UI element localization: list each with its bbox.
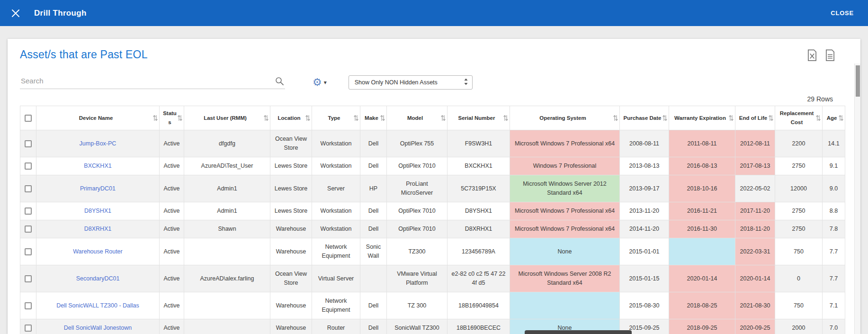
- cell-last-user-rmm: [184, 319, 270, 334]
- sort-icon[interactable]: [178, 115, 182, 121]
- device-link[interactable]: BXCKHX1: [84, 162, 111, 169]
- sort-icon[interactable]: [662, 115, 667, 121]
- row-checkbox[interactable]: [25, 162, 32, 170]
- cell-replacement-cost: 0: [775, 265, 823, 292]
- row-checkbox[interactable]: [25, 248, 32, 255]
- row-checkbox[interactable]: [25, 140, 32, 147]
- sort-icon[interactable]: [729, 115, 734, 121]
- col-header-label: Type: [328, 115, 340, 121]
- row-count-label: 29 Rows: [20, 95, 833, 103]
- sort-icon[interactable]: [769, 115, 773, 121]
- col-header-serial-number[interactable]: Serial Number: [447, 106, 510, 130]
- cell-replacement-cost: 2200: [775, 130, 823, 157]
- sort-icon[interactable]: [264, 115, 268, 121]
- col-header-label: End of Life: [739, 115, 767, 121]
- cell-model: VMware Virtual Platform: [387, 265, 447, 292]
- device-link[interactable]: Warehouse Router: [73, 248, 122, 255]
- search-icon[interactable]: [275, 76, 284, 88]
- cell-serial-number: 123456789A: [447, 238, 510, 265]
- cell-warranty-expiration: 2018-09-25: [669, 319, 735, 334]
- col-header-label: Device Name: [79, 115, 113, 121]
- cell-warranty-expiration: 2011-08-11: [669, 130, 735, 157]
- close-x-icon[interactable]: [11, 9, 20, 18]
- cell-status: Active: [160, 238, 184, 265]
- vertical-scrollbar-thumb[interactable]: [856, 65, 860, 97]
- sort-icon[interactable]: [153, 115, 158, 121]
- col-header-model[interactable]: Model: [387, 106, 447, 130]
- sort-icon[interactable]: [503, 115, 508, 121]
- table-row: PrimaryDC01ActiveAdmin1Lewes StoreServer…: [20, 175, 845, 202]
- vertical-scrollbar[interactable]: [854, 63, 860, 334]
- table-row: D8YSHX1ActiveAdmin1Lewes StoreWorkstatio…: [20, 202, 845, 220]
- col-header-make[interactable]: Make: [360, 106, 387, 130]
- col-header-age[interactable]: Age: [823, 106, 845, 130]
- select-all-checkbox[interactable]: [25, 115, 32, 122]
- cell-warranty-expiration: 2020-01-14: [669, 265, 735, 292]
- col-header-replacement-cost[interactable]: Replacement Cost: [775, 106, 823, 130]
- col-header-end-of-life[interactable]: End of Life: [735, 106, 775, 130]
- row-checkbox[interactable]: [25, 302, 32, 309]
- cell-status: Active: [160, 265, 184, 292]
- search-field[interactable]: [20, 76, 285, 89]
- cell-device-name: D8XRHX1: [36, 220, 160, 238]
- row-checkbox[interactable]: [25, 208, 32, 215]
- sort-icon[interactable]: [613, 115, 618, 121]
- cell-serial-number: 5C7319P15X: [447, 175, 510, 202]
- col-header-purchase-date[interactable]: Purchase Date: [620, 106, 669, 130]
- cell-purchase-date: 2015-01-15: [620, 265, 669, 292]
- close-button[interactable]: CLOSE: [828, 9, 857, 17]
- cell-replacement-cost: 2750: [775, 202, 823, 220]
- sort-icon[interactable]: [380, 115, 385, 121]
- export-excel-icon[interactable]: [807, 49, 817, 63]
- device-link[interactable]: D8XRHX1: [84, 226, 112, 232]
- cell-status: Active: [160, 292, 184, 319]
- col-header-status[interactable]: Status: [160, 106, 184, 130]
- cell-last-user-rmm: AzureAD\alex.farling: [184, 265, 270, 292]
- device-link[interactable]: Dell SonicWALL TZ300 - Dallas: [56, 302, 139, 309]
- device-link[interactable]: PrimaryDC01: [80, 185, 116, 192]
- col-header-warranty-expiration[interactable]: Warranty Expiration: [669, 106, 735, 130]
- col-header-location[interactable]: Location: [270, 106, 312, 130]
- col-header-label: Model: [407, 115, 423, 121]
- device-link[interactable]: SecondaryDC01: [76, 275, 120, 282]
- table-row: Dell SonicWALL TZ300 - DallasActiveWareh…: [20, 292, 845, 319]
- cell-operating-system: Microsoft Windows Server 2012 Standard x…: [510, 175, 620, 202]
- search-input[interactable]: [20, 76, 271, 85]
- sort-icon[interactable]: [354, 115, 358, 121]
- device-link[interactable]: Jump-Box-PC: [80, 140, 116, 147]
- device-link[interactable]: Dell SonicWall Jonestown: [64, 325, 132, 331]
- col-header-label: Location: [278, 115, 301, 121]
- cell-replacement-cost: 750: [775, 238, 823, 265]
- cell-end-of-life: 2021-08-30: [735, 292, 775, 319]
- row-checkbox[interactable]: [25, 325, 32, 332]
- sort-icon[interactable]: [305, 115, 310, 121]
- sort-icon[interactable]: [816, 115, 821, 121]
- cell-make: Dell: [360, 157, 387, 175]
- cell-location: Lewes Store: [270, 202, 312, 220]
- sort-icon[interactable]: [839, 115, 843, 121]
- horizontal-scrollbar-thumb[interactable]: [525, 330, 632, 334]
- device-link[interactable]: D8YSHX1: [84, 208, 111, 214]
- hidden-assets-dropdown[interactable]: Show Only NON Hidden Assets: [349, 75, 473, 90]
- settings-gear-button[interactable]: ⚙ ▾: [313, 77, 327, 88]
- col-header-last-user-rmm[interactable]: Last User (RMM): [184, 106, 270, 130]
- col-header-type[interactable]: Type: [312, 106, 360, 130]
- cell-serial-number: BXCKHX1: [447, 157, 510, 175]
- sort-icon[interactable]: [441, 115, 446, 121]
- row-checkbox[interactable]: [25, 185, 32, 192]
- export-document-icon[interactable]: [825, 49, 835, 63]
- col-header-operating-system[interactable]: Operating System: [510, 106, 620, 130]
- cell-make: Dell: [360, 202, 387, 220]
- cell-operating-system: [510, 292, 620, 319]
- select-all-header[interactable]: [20, 106, 36, 130]
- cell-serial-number: e2-82 c0 c2 f5 47 22 4f d5: [447, 265, 510, 292]
- cell-serial-number: 18B1690BECEC: [447, 319, 510, 334]
- cell-model: OptiPlex 7010: [387, 157, 447, 175]
- cell-type: Workstation: [312, 202, 360, 220]
- cell-operating-system: Microsoft Windows 7 Professional x64: [510, 130, 620, 157]
- row-checkbox[interactable]: [25, 226, 32, 233]
- cell-age: 7.8: [823, 220, 845, 238]
- col-header-device-name[interactable]: Device Name: [36, 106, 160, 130]
- cell-device-name: Jump-Box-PC: [36, 130, 160, 157]
- row-checkbox[interactable]: [25, 275, 32, 282]
